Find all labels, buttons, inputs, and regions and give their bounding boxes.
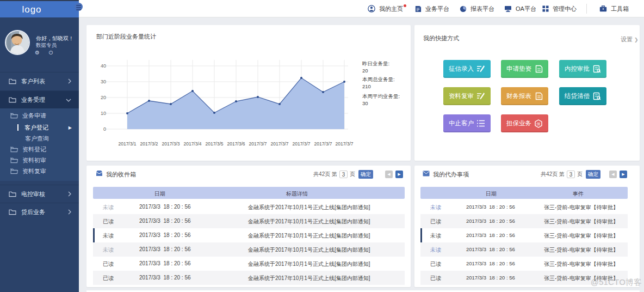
svg-text:20: 20 <box>101 95 106 100</box>
svg-text:30: 30 <box>101 79 106 84</box>
svg-text:10: 10 <box>101 111 106 116</box>
svg-text:2017/3/2: 2017/3/2 <box>140 141 158 147</box>
svg-text:40: 40 <box>101 63 106 69</box>
svg-text:2017/3/6: 2017/3/6 <box>227 141 245 147</box>
svg-text:2017/3/7: 2017/3/7 <box>249 141 267 147</box>
svg-text:0: 0 <box>103 126 106 132</box>
svg-text:2017/3/7: 2017/3/7 <box>270 141 288 147</box>
svg-text:2017/3/5: 2017/3/5 <box>205 141 223 147</box>
svg-text:2017/3/7: 2017/3/7 <box>314 141 332 147</box>
svg-text:保: 保 <box>537 122 541 126</box>
svg-text:2017/3/1: 2017/3/1 <box>118 141 136 147</box>
svg-text:2017/3/7: 2017/3/7 <box>335 141 353 147</box>
svg-text:2017/3/4: 2017/3/4 <box>183 141 201 147</box>
svg-text:2017/3/7: 2017/3/7 <box>292 141 310 147</box>
svg-text:2017/3/3: 2017/3/3 <box>162 141 179 147</box>
